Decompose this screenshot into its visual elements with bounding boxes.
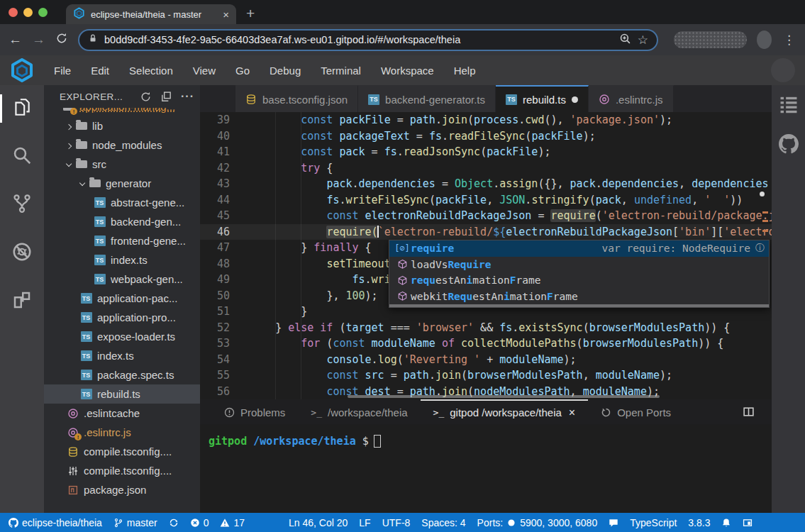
outline-list-icon[interactable] bbox=[779, 94, 799, 114]
tree-item-rebuild.ts[interactable]: TSrebuild.ts bbox=[44, 384, 200, 404]
tree-item-.eslintrc.js[interactable]: !.eslintrc.js bbox=[44, 423, 200, 442]
tree-item-src[interactable]: src bbox=[44, 155, 200, 174]
editor-tab-.eslintrc.js[interactable]: .eslintrc.js bbox=[589, 85, 674, 112]
tree-item-backend-gen...[interactable]: TSbackend-gen... bbox=[44, 212, 200, 231]
editor-tab-base.tsconfig.json[interactable]: base.tsconfig.json bbox=[235, 85, 358, 112]
status-item-master[interactable]: master bbox=[113, 517, 157, 528]
panel-tab-gitpod-workspace-theia[interactable]: >_gitpod /workspace/theia× bbox=[421, 399, 589, 424]
chevron-right-icon[interactable] bbox=[62, 123, 75, 129]
status-item-spaces-4[interactable]: Spaces: 4 bbox=[421, 517, 465, 528]
user-avatar[interactable] bbox=[771, 58, 795, 82]
tree-item-.eslintcache[interactable]: .eslintcache bbox=[44, 404, 200, 423]
suggestion-item[interactable]: requestAnimationFrame bbox=[389, 272, 769, 289]
suggestion-item[interactable]: webkitRequestAnimationFrame bbox=[389, 289, 769, 305]
more-actions-icon[interactable]: ··· bbox=[181, 90, 194, 103]
tree-item-node-modules[interactable]: node_modules bbox=[44, 135, 200, 155]
status-item-17[interactable]: 17 bbox=[220, 517, 245, 528]
menu-help[interactable]: Help bbox=[444, 65, 486, 77]
tree-item-index.ts[interactable]: TSindex.ts bbox=[44, 250, 200, 270]
tree-item-application-pac...[interactable]: TSapplication-pac... bbox=[44, 289, 200, 308]
editor-tab-backend-generator.ts[interactable]: TSbackend-generator.ts bbox=[358, 85, 496, 112]
menu-selection[interactable]: Selection bbox=[119, 65, 183, 77]
suggestion-item[interactable]: loadVsRequire bbox=[389, 257, 769, 273]
tree-item-abstract-gene...[interactable]: TSabstract-gene... bbox=[44, 193, 200, 212]
status-item-chat[interactable] bbox=[609, 518, 618, 528]
url-text[interactable]: b0dd9cdf-3453-4fe2-9a5c-66403d3ea7af.ws-… bbox=[104, 34, 613, 45]
menu-terminal[interactable]: Terminal bbox=[311, 65, 371, 77]
browser-tab[interactable]: eclipse-theia/theia - master × bbox=[66, 4, 236, 24]
code-line-41[interactable]: 41 const pack = fs.readJsonSync(packFile… bbox=[200, 144, 772, 160]
tree-item-generator[interactable]: generator bbox=[44, 174, 200, 193]
menu-workspace[interactable]: Workspace bbox=[371, 65, 444, 77]
plugins-icon[interactable] bbox=[0, 289, 44, 314]
code-line-44[interactable]: 44 fs.writeFileSync(packFile, JSON.strin… bbox=[200, 192, 772, 209]
panel-tab--workspace-theia[interactable]: >_/workspace/theia bbox=[298, 399, 420, 424]
status-item-lf[interactable]: LF bbox=[359, 517, 370, 528]
code-line-46[interactable]: 46 require(`electron-rebuild/${electronR… bbox=[200, 224, 772, 240]
files-icon[interactable] bbox=[0, 96, 44, 121]
star-icon[interactable]: ☆ bbox=[638, 33, 648, 48]
forward-button[interactable]: → bbox=[32, 32, 45, 48]
source-control-icon[interactable] bbox=[0, 193, 44, 217]
panel-tab-Open-Ports[interactable]: Open Ports bbox=[588, 399, 684, 424]
tree-item-package.json[interactable]: package.json bbox=[44, 480, 200, 499]
modified-dot-icon[interactable] bbox=[572, 96, 578, 103]
tree-item-compile.tsconfig....[interactable]: compile.tsconfig.... bbox=[44, 461, 200, 480]
tree-item-frontend-gene...[interactable]: TSfrontend-gene... bbox=[44, 231, 200, 250]
status-item-utf-8[interactable]: UTF-8 bbox=[382, 517, 411, 528]
tree-item-compile.tsconfig....[interactable]: compile.tsconfig.... bbox=[44, 442, 200, 461]
terminal[interactable]: gitpod /workspace/theia $ bbox=[200, 424, 772, 513]
editor-tab-rebuild.ts[interactable]: TSrebuild.ts bbox=[496, 85, 589, 112]
code-line-52[interactable]: 52 } else if (target === 'browser' && fs… bbox=[200, 320, 772, 336]
status-item-ports-[interactable]: Ports:5900, 3000, 6080 bbox=[477, 517, 598, 528]
menu-debug[interactable]: Debug bbox=[260, 65, 311, 77]
panel-tab-Problems[interactable]: Problems bbox=[211, 399, 298, 424]
tree-item-index.ts[interactable]: TSindex.ts bbox=[44, 346, 200, 365]
reload-button[interactable] bbox=[55, 32, 68, 48]
code-line-54[interactable]: 54 console.log('Reverting ' + moduleName… bbox=[200, 352, 772, 368]
tree-item-package.spec.ts[interactable]: TSpackage.spec.ts bbox=[44, 365, 200, 384]
zoom-in-icon[interactable] bbox=[619, 33, 631, 48]
status-item-screen[interactable] bbox=[743, 518, 753, 528]
gitpod-logo-icon[interactable] bbox=[0, 57, 44, 83]
back-button[interactable]: ← bbox=[9, 32, 22, 48]
chevron-right-icon[interactable] bbox=[62, 142, 75, 148]
chevron-down-icon[interactable] bbox=[76, 181, 89, 185]
menu-go[interactable]: Go bbox=[226, 65, 260, 77]
status-item-typescript[interactable]: TypeScript bbox=[630, 517, 677, 528]
menu-edit[interactable]: Edit bbox=[81, 65, 119, 77]
code-line-40[interactable]: 40 const packageText = fs.readFileSync(p… bbox=[200, 128, 772, 145]
menu-file[interactable]: File bbox=[44, 65, 81, 77]
popup-scrollbar[interactable] bbox=[389, 304, 769, 307]
zoom-window-button[interactable] bbox=[38, 8, 48, 17]
code-line-43[interactable]: 43 pack.dependencies = Object.assign({},… bbox=[200, 176, 772, 192]
close-window-button[interactable] bbox=[9, 8, 18, 17]
code-line-53[interactable]: 53 for (const moduleName of collectModul… bbox=[200, 336, 772, 352]
tree-item-lib[interactable]: lib bbox=[44, 116, 200, 135]
address-bar[interactable]: b0dd9cdf-3453-4fe2-9a5c-66403d3ea7af.ws-… bbox=[78, 29, 658, 51]
info-icon[interactable]: ⓘ bbox=[755, 240, 765, 257]
split-panel-icon[interactable] bbox=[743, 399, 755, 424]
collapse-all-icon[interactable] bbox=[160, 91, 172, 103]
new-tab-button[interactable]: + bbox=[246, 5, 255, 22]
code-line-45[interactable]: 45 const electronRebuildPackageJson = re… bbox=[200, 208, 772, 224]
tree-item-expose-loader.ts[interactable]: TSexpose-loader.ts bbox=[44, 327, 200, 346]
tree-item-webpack-gen...[interactable]: TSwebpack-gen... bbox=[44, 270, 200, 289]
status-item-ln-46-col-20[interactable]: Ln 46, Col 20 bbox=[289, 517, 348, 528]
debug-disabled-icon[interactable] bbox=[0, 241, 44, 265]
editor-horizontal-scrollbar[interactable] bbox=[348, 395, 660, 398]
search-icon[interactable] bbox=[0, 145, 44, 169]
status-item-bell[interactable] bbox=[721, 518, 731, 528]
menu-view[interactable]: View bbox=[183, 65, 226, 77]
status-item-3-8-3[interactable]: 3.8.3 bbox=[688, 517, 710, 528]
status-item-eclipse-theia-theia[interactable]: eclipse-theia/theia bbox=[9, 517, 102, 528]
status-item-0[interactable]: 0 bbox=[190, 517, 209, 528]
code-line-55[interactable]: 55 const src = path.join(browserModulesP… bbox=[200, 367, 772, 384]
close-tab-icon[interactable]: × bbox=[569, 406, 575, 419]
profile-avatar[interactable] bbox=[757, 31, 772, 49]
code-line-42[interactable]: 42 try { bbox=[200, 160, 772, 177]
tree-item-application-pro...[interactable]: TSapplication-pro... bbox=[44, 308, 200, 327]
suggestion-item[interactable]: [⊘]requirevar require: NodeRequireⓘ bbox=[389, 240, 769, 257]
kebab-menu-icon[interactable]: ⋮ bbox=[782, 33, 796, 48]
chevron-down-icon[interactable] bbox=[62, 162, 75, 166]
